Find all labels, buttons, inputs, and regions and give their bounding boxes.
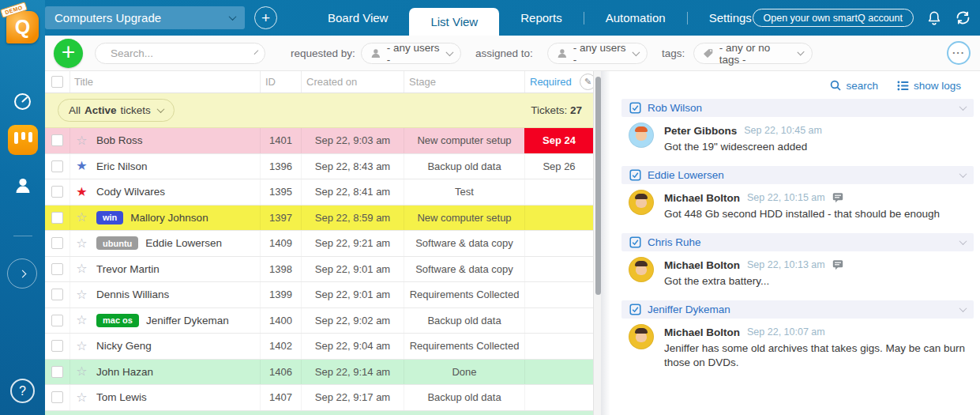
row-checkbox[interactable] <box>51 289 63 300</box>
table-row[interactable]: ☆ Nicky Geng 1402 Sep 22, 9:04 am Requir… <box>45 334 593 360</box>
row-checkbox[interactable] <box>51 366 63 378</box>
ticket-created: Sep 22, 9:01 am <box>301 282 404 307</box>
column-stage[interactable]: Stage <box>404 71 524 92</box>
chevron-down-icon[interactable] <box>959 237 967 245</box>
tags-filter[interactable]: - any or no tags - <box>693 43 813 64</box>
thread-header[interactable]: Rob Wilson <box>621 99 974 117</box>
dashboard-icon[interactable] <box>12 91 33 115</box>
thread-header[interactable]: Chris Ruhe <box>621 233 974 251</box>
search-input[interactable] <box>111 47 250 59</box>
thread-ticket-name[interactable]: Chris Ruhe <box>648 236 701 248</box>
column-required[interactable]: Required <box>524 71 593 92</box>
tab-automation[interactable]: Automation <box>584 0 687 36</box>
row-checkbox-cell <box>45 282 69 307</box>
chevron-down-icon <box>445 48 453 56</box>
expand-sidebar-button[interactable] <box>7 258 37 289</box>
table-row[interactable]: ☆ Bob Ross 1401 Sep 22, 9:03 am New comp… <box>45 128 593 154</box>
comment-time: Sep 22, 10:15 am <box>747 192 825 203</box>
table-scrollbar[interactable] <box>593 71 601 415</box>
tab-list-view[interactable]: List View <box>409 8 499 36</box>
chevron-down-icon[interactable] <box>959 103 967 111</box>
table-row[interactable]: ☆ win Mallory Johnson 1397 Sep 22, 8:59 … <box>45 206 593 232</box>
column-created-on[interactable]: Created on <box>301 71 404 92</box>
row-checkbox[interactable] <box>51 315 63 326</box>
row-checkbox[interactable] <box>51 391 63 403</box>
star-icon[interactable]: ☆ <box>76 237 87 250</box>
table-row[interactable]: ☆ Dennis Willians 1399 Sep 22, 9:01 am R… <box>45 282 593 308</box>
thread-ticket-name[interactable]: Eddie Lowersen <box>648 169 724 181</box>
row-checkbox[interactable] <box>51 212 63 224</box>
star-icon[interactable]: ☆ <box>76 314 87 326</box>
table-row[interactable]: ★ Eric Nilson 1396 Sep 22, 8:43 am Backu… <box>45 154 593 180</box>
search-icon <box>830 80 841 91</box>
kanban-board-icon[interactable] <box>8 125 38 155</box>
add-project-button[interactable] <box>254 6 277 29</box>
star-icon[interactable]: ☆ <box>76 289 87 301</box>
column-id[interactable]: ID <box>260 71 301 92</box>
chevron-down-icon <box>797 48 805 56</box>
avatar <box>629 257 654 282</box>
comment-author: Michael Bolton <box>664 192 740 204</box>
table-row[interactable]: ☆ John Hazan 1406 Sep 22, 9:14 am Done <box>45 360 593 386</box>
add-ticket-button[interactable] <box>54 39 83 68</box>
star-icon[interactable]: ★ <box>76 186 87 198</box>
table-row[interactable]: ☆ ubuntu Eddie Lowersen 1409 Sep 22, 9:2… <box>45 231 593 257</box>
thread-ticket-name[interactable]: Jeniffer Dykeman <box>648 304 730 315</box>
thread-header[interactable]: Eddie Lowersen <box>621 166 974 184</box>
scrollbar-thumb[interactable] <box>595 77 601 295</box>
title-cell: Dennis Willians <box>93 282 260 307</box>
show-logs-link[interactable]: show logs <box>897 80 961 92</box>
ticket-id: 1398 <box>260 257 301 282</box>
search-box[interactable] <box>95 43 265 64</box>
thread-header[interactable]: Jeniffer Dykeman <box>621 300 974 319</box>
star-icon[interactable]: ☆ <box>76 262 87 275</box>
table-row[interactable]: ☆ Trevor Martin 1398 Sep 22, 9:01 am Sof… <box>45 257 593 283</box>
ticket-created: Sep 22, 9:14 am <box>301 360 404 385</box>
more-options-button[interactable] <box>947 41 971 65</box>
ticket-title: Nicky Geng <box>96 340 152 352</box>
project-selector[interactable]: Computers Upgrade <box>45 6 245 29</box>
ticket-created: Sep 22, 8:43 am <box>301 154 404 179</box>
tab-board-view[interactable]: Board View <box>306 0 409 36</box>
thread-ticket-name[interactable]: Rob Wilson <box>648 102 702 114</box>
row-checkbox[interactable] <box>51 160 63 172</box>
select-all-checkbox[interactable] <box>51 76 63 88</box>
column-title[interactable]: Title <box>69 71 260 92</box>
ticket-created: Sep 22, 9:03 am <box>301 128 404 153</box>
table-row[interactable]: ☆ Tom Lewis 1407 Sep 22, 9:17 am Backup … <box>45 385 593 411</box>
comment: Michael Bolton Sep 22, 10:15 am Got 448 … <box>621 190 974 221</box>
refresh-icon[interactable] <box>955 9 971 29</box>
row-checkbox[interactable] <box>51 186 63 198</box>
table-row[interactable]: ★ Cody Wilvares 1395 Sep 22, 8:41 am Tes… <box>45 179 593 206</box>
ticket-created: Sep 22, 8:59 am <box>301 206 404 231</box>
ticket-required <box>524 334 593 359</box>
star-icon[interactable]: ☆ <box>76 134 87 147</box>
smartq-logo-icon[interactable] <box>6 11 39 43</box>
star-icon[interactable]: ☆ <box>76 365 87 378</box>
users-icon[interactable] <box>13 175 33 199</box>
help-button[interactable] <box>10 379 35 403</box>
star-cell: ☆ <box>69 308 93 334</box>
chevron-right-icon <box>18 270 26 277</box>
star-icon[interactable]: ☆ <box>76 391 87 404</box>
requested-by-filter[interactable]: - any users - <box>361 43 461 64</box>
chevron-down-icon[interactable] <box>959 304 967 312</box>
table-row[interactable]: ☆ mac os Jeniffer Dykeman 1400 Sep 22, 9… <box>45 308 593 334</box>
note-icon <box>832 192 843 203</box>
bell-icon[interactable] <box>926 9 943 29</box>
row-checkbox[interactable] <box>51 134 63 146</box>
star-cell: ☆ <box>69 206 93 231</box>
row-checkbox[interactable] <box>51 237 63 249</box>
row-checkbox[interactable] <box>51 340 63 352</box>
star-icon[interactable]: ☆ <box>76 340 87 353</box>
search-link[interactable]: search <box>830 80 878 92</box>
chevron-down-icon[interactable] <box>254 50 259 55</box>
assigned-to-filter[interactable]: - any users - <box>547 43 648 64</box>
ticket-filter-dropdown[interactable]: All Active tickets <box>58 99 175 122</box>
chevron-down-icon[interactable] <box>959 170 967 178</box>
star-icon[interactable]: ★ <box>76 160 87 172</box>
star-icon[interactable]: ☆ <box>76 211 87 224</box>
tab-reports[interactable]: Reports <box>499 0 584 36</box>
row-checkbox[interactable] <box>51 263 63 275</box>
open-account-button[interactable]: Open your own smartQ account <box>753 9 914 27</box>
